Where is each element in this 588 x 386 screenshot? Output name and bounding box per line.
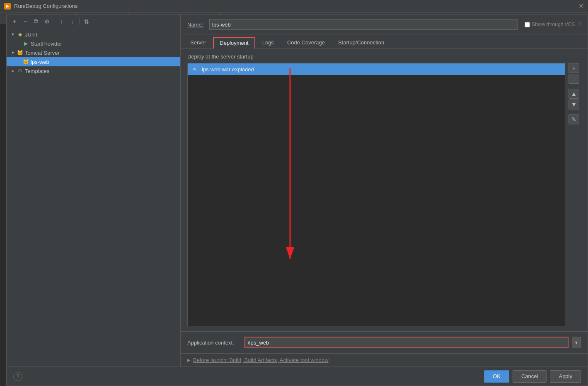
- edit-config-button[interactable]: ⚙: [42, 17, 51, 26]
- before-launch-toggle[interactable]: ▶ Before launch: Build, Build Artifacts,…: [187, 357, 581, 363]
- dialog-footer: ? OK Cancel Apply: [7, 367, 588, 386]
- tree-arrow-lps-web: [16, 59, 22, 65]
- tree-item-tomcat[interactable]: ▼ 🐱 Tomcat Server: [7, 48, 180, 57]
- tree-label-startprovider: StartProvider: [31, 41, 62, 47]
- help-button[interactable]: ?: [13, 372, 22, 381]
- deploy-list-wrapper: W lps-web:war exploded + −: [187, 63, 581, 326]
- deploy-section: Deploy at the server startup W: [181, 49, 588, 331]
- svg-text:W: W: [193, 68, 196, 71]
- app-context-dropdown[interactable]: ▼: [572, 337, 581, 348]
- share-vcs-label: Share through VCS: [532, 22, 575, 27]
- left-panel: + − ⧉ ⚙ ↑ ↓ ⇅ ▼ ◆ JUnit: [7, 15, 181, 367]
- add-deployment-button[interactable]: +: [569, 63, 579, 73]
- close-button[interactable]: ✕: [578, 2, 584, 10]
- footer-right: OK Cancel Apply: [484, 370, 581, 383]
- name-label: Name:: [187, 22, 206, 28]
- deploy-item-lps-web-war[interactable]: W lps-web:war exploded: [188, 63, 565, 75]
- title-bar: ▶ Run/Debug Configurations ✕: [0, 0, 588, 12]
- tab-server[interactable]: Server: [184, 36, 212, 48]
- toolbar-sep-1: [54, 18, 54, 25]
- tree-label-tomcat: Tomcat Server: [25, 50, 60, 56]
- name-row: Name: Share through VCS ?: [181, 15, 588, 34]
- edit-deployment-button[interactable]: ✎: [569, 114, 579, 124]
- share-vcs-checkbox[interactable]: [525, 22, 530, 27]
- templates-icon: ⚙: [17, 68, 23, 74]
- name-input[interactable]: [209, 19, 518, 30]
- app-context-row: Application context: ▼: [181, 331, 588, 353]
- before-launch-label: Before launch: Build, Build Artifacts, A…: [193, 357, 329, 363]
- junit-icon: ◆: [17, 31, 23, 38]
- share-vcs-help-icon: ?: [578, 22, 581, 27]
- toolbar-sep-2: [79, 18, 80, 25]
- tree-item-startprovider[interactable]: ▶ StartProvider: [7, 39, 180, 48]
- ok-button[interactable]: OK: [484, 370, 509, 383]
- tab-deployment[interactable]: Deployment: [213, 37, 255, 49]
- move-down-button[interactable]: ↓: [68, 17, 77, 26]
- tree-arrow-templates: ▶: [10, 68, 16, 74]
- deploy-label: Deploy at the server startup: [187, 53, 581, 60]
- tomcat-server-icon: 🐱: [17, 49, 23, 56]
- tree-label-templates: Templates: [25, 68, 49, 74]
- share-vcs-container: Share through VCS ?: [525, 22, 581, 27]
- deploy-list: W lps-web:war exploded: [188, 63, 565, 326]
- config-toolbar: + − ⧉ ⚙ ↑ ↓ ⇅: [7, 15, 180, 28]
- tab-logs[interactable]: Logs: [256, 36, 280, 48]
- tree-item-junit[interactable]: ▼ ◆ JUnit: [7, 30, 180, 39]
- move-up-button[interactable]: ↑: [57, 17, 66, 26]
- run-debug-dialog: + − ⧉ ⚙ ↑ ↓ ⇅ ▼ ◆ JUnit: [6, 15, 588, 386]
- lps-web-icon: 🐱: [22, 58, 29, 65]
- cancel-button[interactable]: Cancel: [513, 370, 547, 383]
- footer-left: ?: [13, 372, 22, 381]
- tree-arrow-startprovider: [16, 41, 22, 46]
- tree-arrow-tomcat: ▼: [10, 50, 16, 56]
- tab-startup[interactable]: Startup/Connection: [332, 36, 390, 48]
- config-tree: ▼ ◆ JUnit ▶ StartProvider ▼ 🐱 Tomcat Ser…: [7, 28, 180, 367]
- tree-item-lps-web[interactable]: 🐱 lps-web: [7, 57, 180, 66]
- add-config-button[interactable]: +: [10, 17, 19, 26]
- war-icon: W: [192, 66, 198, 73]
- list-action-buttons: + − ▲ ▼ ✎: [567, 63, 581, 326]
- scroll-down-button[interactable]: ▼: [569, 100, 579, 109]
- right-panel: Name: Share through VCS ? Server Deploym…: [181, 15, 588, 367]
- deployment-content: Deploy at the server startup W: [181, 49, 588, 367]
- app-context-label: Application context:: [187, 340, 241, 346]
- deploy-item-text: lps-web:war exploded: [202, 66, 254, 73]
- tree-label-lps-web: lps-web: [31, 59, 49, 65]
- before-launch-section: ▶ Before launch: Build, Build Artifacts,…: [181, 353, 588, 367]
- tree-item-templates[interactable]: ▶ ⚙ Templates: [7, 66, 180, 75]
- remove-deployment-button[interactable]: −: [569, 74, 579, 84]
- deploy-list-container: W lps-web:war exploded: [187, 63, 565, 326]
- tree-arrow-junit: ▼: [10, 32, 16, 37]
- sort-button[interactable]: ⇅: [82, 17, 91, 26]
- tab-coverage[interactable]: Code Coverage: [281, 36, 331, 48]
- tree-label-junit: JUnit: [25, 32, 37, 38]
- copy-config-button[interactable]: ⧉: [31, 17, 41, 26]
- apply-button[interactable]: Apply: [550, 370, 581, 383]
- remove-config-button[interactable]: −: [21, 17, 30, 26]
- before-launch-arrow-icon: ▶: [187, 358, 191, 362]
- app-context-input[interactable]: [244, 337, 569, 348]
- dialog-title: Run/Debug Configurations: [14, 3, 77, 9]
- tab-strip: Server Deployment Logs Code Coverage Sta…: [181, 34, 588, 49]
- scroll-up-button[interactable]: ▲: [569, 89, 579, 99]
- dialog-body: + − ⧉ ⚙ ↑ ↓ ⇅ ▼ ◆ JUnit: [7, 15, 588, 367]
- startprovider-icon: ▶: [22, 40, 29, 47]
- app-icon: ▶: [4, 3, 11, 10]
